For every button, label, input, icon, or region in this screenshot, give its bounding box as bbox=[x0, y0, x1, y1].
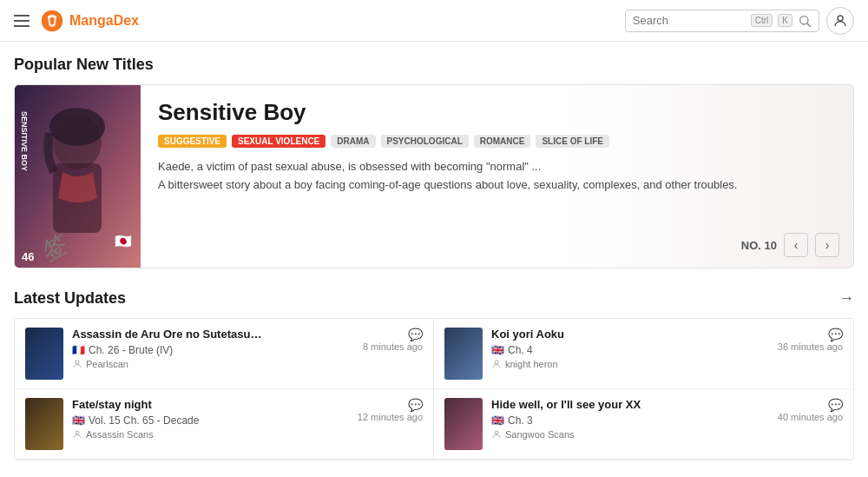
update-user: Assassin Scans bbox=[72, 429, 336, 440]
update-time: 36 minutes ago bbox=[778, 341, 843, 352]
svg-point-12 bbox=[76, 361, 79, 364]
svg-point-13 bbox=[495, 361, 498, 364]
header-right: Ctrl K bbox=[625, 7, 854, 35]
featured-card: 2 bbox=[14, 84, 854, 268]
svg-point-7 bbox=[49, 108, 105, 146]
cover-art: 签 🇯🇵 46 SENSITIVE BOY bbox=[15, 85, 141, 268]
svg-text:SENSITIVE BOY: SENSITIVE BOY bbox=[20, 111, 29, 171]
update-chapter[interactable]: Vol. 15 Ch. 65 - Decade bbox=[89, 414, 199, 427]
update-username: Assassin Scans bbox=[86, 429, 154, 440]
svg-text:🇯🇵: 🇯🇵 bbox=[115, 233, 132, 249]
update-flag: 🇬🇧 bbox=[491, 344, 504, 356]
user-icon-small bbox=[491, 359, 502, 369]
logo[interactable]: MangaDex bbox=[40, 9, 139, 33]
svg-point-1 bbox=[800, 16, 808, 23]
tag-suggestive[interactable]: SUGGESTIVE bbox=[158, 135, 227, 148]
chat-icon[interactable]: 💬 bbox=[408, 398, 423, 412]
update-thumb bbox=[25, 328, 63, 380]
update-time: 12 minutes ago bbox=[358, 412, 423, 422]
svg-line-2 bbox=[807, 23, 811, 27]
search-icon[interactable] bbox=[798, 14, 812, 28]
user-icon-small bbox=[72, 429, 82, 440]
kbd-ctrl: Ctrl bbox=[751, 14, 773, 27]
search-input[interactable] bbox=[633, 14, 746, 27]
update-chapter[interactable]: Ch. 26 - Brute (IV) bbox=[89, 344, 173, 356]
next-button[interactable]: › bbox=[815, 233, 839, 257]
update-actions: 💬 8 minutes ago bbox=[345, 328, 423, 352]
update-title[interactable]: Assassin de Aru Ore no Sutetasu ga Yuush… bbox=[72, 328, 263, 341]
update-content: Koi yori Aoku 🇬🇧 Ch. 4 knight heron bbox=[491, 328, 756, 369]
featured-desc-line2: A bittersweet story about a boy facing c… bbox=[158, 176, 836, 195]
update-actions: 💬 12 minutes ago bbox=[345, 398, 423, 422]
update-content: Fate/stay night 🇬🇧 Vol. 15 Ch. 65 - Deca… bbox=[72, 398, 336, 440]
list-item: Assassin de Aru Ore no Sutetasu ga Yuush… bbox=[15, 319, 434, 389]
update-meta: 🇬🇧 Ch. 3 bbox=[491, 414, 756, 427]
update-content: Assassin de Aru Ore no Sutetasu ga Yuush… bbox=[72, 328, 336, 369]
main-content: Popular New Titles 2 bbox=[0, 42, 868, 474]
list-item: Fate/stay night 🇬🇧 Vol. 15 Ch. 65 - Deca… bbox=[15, 389, 434, 460]
list-item: Koi yori Aoku 🇬🇧 Ch. 4 knight heron 💬 36… bbox=[434, 319, 853, 389]
update-user: Sangwoo Scans bbox=[491, 429, 756, 440]
update-thumb bbox=[444, 328, 483, 380]
header: MangaDex Ctrl K bbox=[0, 0, 868, 42]
chat-icon[interactable]: 💬 bbox=[828, 398, 843, 412]
featured-title: Sensitive Boy bbox=[158, 99, 836, 126]
user-icon[interactable] bbox=[826, 7, 854, 35]
update-thumb bbox=[444, 398, 483, 450]
update-thumb bbox=[25, 398, 63, 450]
update-meta: 🇫🇷 Ch. 26 - Brute (IV) bbox=[72, 344, 336, 356]
featured-footer: NO. 10 ‹ › bbox=[741, 233, 839, 257]
update-title[interactable]: Hide well, or I'll see your XX bbox=[491, 398, 682, 411]
chat-icon[interactable]: 💬 bbox=[408, 328, 423, 341]
tag-slice-of-life[interactable]: SLICE OF LIFE bbox=[536, 135, 609, 148]
update-username: knight heron bbox=[505, 359, 558, 369]
featured-position: NO. 10 bbox=[741, 239, 777, 252]
update-actions: 💬 40 minutes ago bbox=[765, 398, 843, 422]
update-title[interactable]: Fate/stay night bbox=[72, 398, 263, 411]
update-user: Pearlscan bbox=[72, 359, 336, 369]
svg-point-3 bbox=[838, 16, 843, 21]
user-icon-small bbox=[491, 429, 502, 440]
svg-point-14 bbox=[76, 431, 79, 434]
tag-psychological[interactable]: PSYCHOLOGICAL bbox=[381, 135, 469, 148]
featured-cover: 2 bbox=[15, 85, 141, 268]
tag-romance[interactable]: ROMANCE bbox=[474, 135, 531, 148]
popular-section-title: Popular New Titles bbox=[14, 56, 854, 74]
update-chapter[interactable]: Ch. 3 bbox=[508, 414, 533, 427]
update-meta: 🇬🇧 Ch. 4 bbox=[491, 344, 756, 356]
featured-tags: SUGGESTIVE SEXUAL VIOLENCE DRAMA PSYCHOL… bbox=[158, 135, 836, 148]
list-item: Hide well, or I'll see your XX 🇬🇧 Ch. 3 … bbox=[434, 389, 853, 460]
see-more-link[interactable]: → bbox=[838, 289, 854, 308]
hamburger-menu[interactable] bbox=[14, 15, 30, 27]
prev-button[interactable]: ‹ bbox=[784, 233, 808, 257]
update-flag: 🇬🇧 bbox=[491, 414, 504, 427]
logo-icon bbox=[40, 9, 64, 33]
update-chapter[interactable]: Ch. 4 bbox=[508, 344, 533, 356]
latest-header: Latest Updates → bbox=[14, 289, 854, 308]
update-user: knight heron bbox=[491, 359, 756, 369]
update-content: Hide well, or I'll see your XX 🇬🇧 Ch. 3 … bbox=[491, 398, 756, 440]
kbd-k: K bbox=[778, 14, 792, 27]
update-time: 40 minutes ago bbox=[778, 412, 843, 422]
header-left: MangaDex bbox=[14, 9, 625, 33]
update-actions: 💬 36 minutes ago bbox=[765, 328, 843, 352]
updates-grid: Assassin de Aru Ore no Sutetasu ga Yuush… bbox=[14, 318, 854, 460]
latest-section-title: Latest Updates bbox=[14, 289, 126, 308]
user-icon-small bbox=[72, 359, 82, 369]
update-flag: 🇫🇷 bbox=[72, 344, 85, 356]
featured-desc-line1: Kaede, a victim of past sexual abuse, is… bbox=[158, 158, 836, 176]
update-username: Sangwoo Scans bbox=[505, 429, 575, 440]
update-title[interactable]: Koi yori Aoku bbox=[491, 328, 682, 341]
update-flag: 🇬🇧 bbox=[72, 414, 85, 427]
update-time: 8 minutes ago bbox=[363, 341, 423, 352]
svg-text:46: 46 bbox=[22, 250, 34, 263]
logo-text: MangaDex bbox=[69, 13, 139, 29]
update-meta: 🇬🇧 Vol. 15 Ch. 65 - Decade bbox=[72, 414, 336, 427]
tag-sexual-violence[interactable]: SEXUAL VIOLENCE bbox=[232, 135, 326, 148]
update-username: Pearlscan bbox=[86, 359, 128, 369]
svg-point-15 bbox=[495, 431, 498, 434]
tag-drama[interactable]: DRAMA bbox=[331, 135, 375, 148]
search-bar[interactable]: Ctrl K bbox=[625, 10, 819, 32]
chat-icon[interactable]: 💬 bbox=[828, 328, 843, 341]
